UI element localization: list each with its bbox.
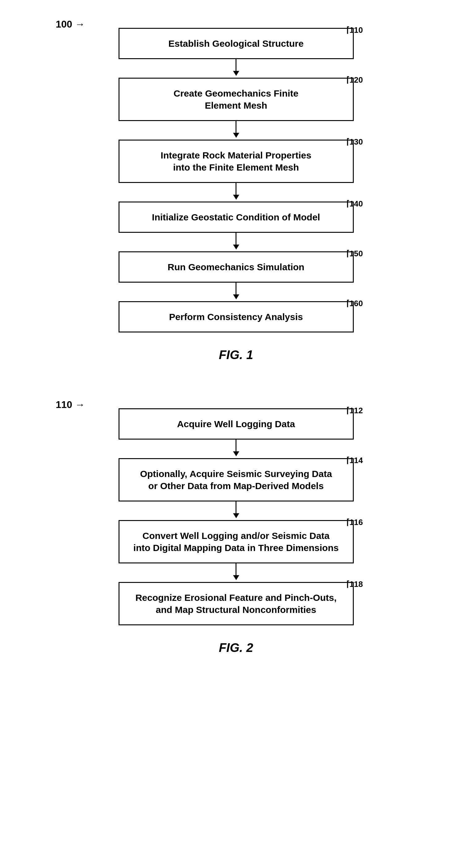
label-100-text: 100 — [56, 19, 72, 30]
arrow-head — [233, 195, 239, 200]
fig1-box-wrapper-130: Integrate Rock Material Propertiesinto t… — [109, 140, 363, 183]
arrow-114-116 — [233, 501, 239, 520]
fig1-box-130: Integrate Rock Material Propertiesinto t… — [119, 140, 354, 183]
arrow-head — [233, 294, 239, 299]
fig1-box-120-text: Create Geomechanics FiniteElement Mesh — [174, 88, 298, 111]
fig2-section: 110 → Acquire Well Logging Data ⌈112 Opt… — [37, 399, 435, 673]
fig2-ref-114: ⌈114 — [346, 456, 363, 465]
arrow-150-160 — [233, 283, 239, 301]
arrow-line — [235, 121, 237, 133]
fig1-box-150-text: Run Geomechanics Simulation — [168, 262, 305, 272]
fig1-box-wrapper-140: Initialize Geostatic Condition of Model … — [109, 202, 363, 233]
fig1-box-130-text: Integrate Rock Material Propertiesinto t… — [161, 150, 311, 173]
arrow-line — [235, 501, 237, 513]
arrow-head — [233, 513, 239, 518]
fig2-title: FIG. 2 — [219, 641, 253, 655]
fig1-box-140: Initialize Geostatic Condition of Model — [119, 202, 354, 233]
fig1-box-wrapper-120: Create Geomechanics FiniteElement Mesh ⌈… — [109, 78, 363, 121]
arrow-line — [235, 563, 237, 575]
fig2-box-wrapper-114: Optionally, Acquire Seismic Surveying Da… — [109, 458, 363, 501]
fig2-box-wrapper-116: Convert Well Logging and/or Seismic Data… — [109, 520, 363, 563]
fig2-ref-112: ⌈112 — [346, 406, 363, 415]
fig2-box-116-text: Convert Well Logging and/or Seismic Data… — [133, 531, 339, 553]
fig1-ref-120: ⌈120 — [346, 75, 363, 85]
arrow-head — [233, 245, 239, 249]
fig2-diagram-label: 110 → — [56, 399, 85, 410]
arrow-130-140 — [233, 183, 239, 202]
label-110-text: 110 — [56, 399, 72, 410]
arrow-140-150 — [233, 233, 239, 251]
fig2-box-114: Optionally, Acquire Seismic Surveying Da… — [119, 458, 354, 501]
arrow-line — [235, 233, 237, 245]
arrow-head — [233, 133, 239, 138]
fig2-flow-diagram: Acquire Well Logging Data ⌈112 Optionall… — [109, 408, 363, 625]
fig1-box-140-text: Initialize Geostatic Condition of Model — [152, 212, 320, 222]
fig2-box-114-text: Optionally, Acquire Seismic Surveying Da… — [140, 469, 332, 491]
fig1-flow-diagram: Establish Geological Structure ⌈110 Crea… — [109, 28, 363, 333]
arrow-line — [235, 183, 237, 195]
fig2-box-118-text: Recognize Erosional Feature and Pinch-Ou… — [135, 592, 337, 615]
fig2-ref-118: ⌈118 — [346, 580, 363, 589]
fig1-title: FIG. 1 — [219, 348, 253, 362]
fig1-ref-130: ⌈130 — [346, 137, 363, 147]
arrow-head — [233, 575, 239, 580]
fig2-box-116: Convert Well Logging and/or Seismic Data… — [119, 520, 354, 563]
fig2-box-wrapper-118: Recognize Erosional Feature and Pinch-Ou… — [109, 582, 363, 625]
arrow-116-118 — [233, 563, 239, 582]
arrow-120-130 — [233, 121, 239, 140]
fig1-box-120: Create Geomechanics FiniteElement Mesh — [119, 78, 354, 121]
fig1-box-160-text: Perform Consistency Analysis — [169, 312, 303, 322]
fig1-box-110: Establish Geological Structure — [119, 28, 354, 59]
arrow-line — [235, 440, 237, 451]
arrow-110-120 — [233, 59, 239, 78]
page-container: 100 → Establish Geological Structure ⌈11… — [0, 0, 472, 868]
fig2-box-118: Recognize Erosional Feature and Pinch-Ou… — [119, 582, 354, 625]
fig1-box-wrapper-110: Establish Geological Structure ⌈110 — [109, 28, 363, 59]
arrow-line — [235, 283, 237, 294]
fig1-ref-140: ⌈140 — [346, 199, 363, 209]
fig1-box-110-text: Establish Geological Structure — [168, 38, 304, 49]
arrow-112-114 — [233, 440, 239, 458]
fig2-ref-116: ⌈116 — [346, 518, 363, 527]
fig1-diagram-label: 100 → — [56, 19, 85, 30]
fig2-box-wrapper-112: Acquire Well Logging Data ⌈112 — [109, 408, 363, 440]
fig2-box-112-text: Acquire Well Logging Data — [177, 419, 295, 429]
fig1-box-150: Run Geomechanics Simulation — [119, 251, 354, 283]
fig2-box-112: Acquire Well Logging Data — [119, 408, 354, 440]
arrow-line — [235, 59, 237, 71]
fig1-ref-150: ⌈150 — [346, 249, 363, 258]
fig1-section: 100 → Establish Geological Structure ⌈11… — [37, 19, 435, 380]
fig1-box-160: Perform Consistency Analysis — [119, 301, 354, 333]
fig1-ref-160: ⌈160 — [346, 299, 363, 308]
arrow-head — [233, 451, 239, 456]
fig1-ref-110: ⌈110 — [346, 25, 363, 35]
arrow-head — [233, 71, 239, 76]
fig1-box-wrapper-160: Perform Consistency Analysis ⌈160 — [109, 301, 363, 333]
fig1-box-wrapper-150: Run Geomechanics Simulation ⌈150 — [109, 251, 363, 283]
